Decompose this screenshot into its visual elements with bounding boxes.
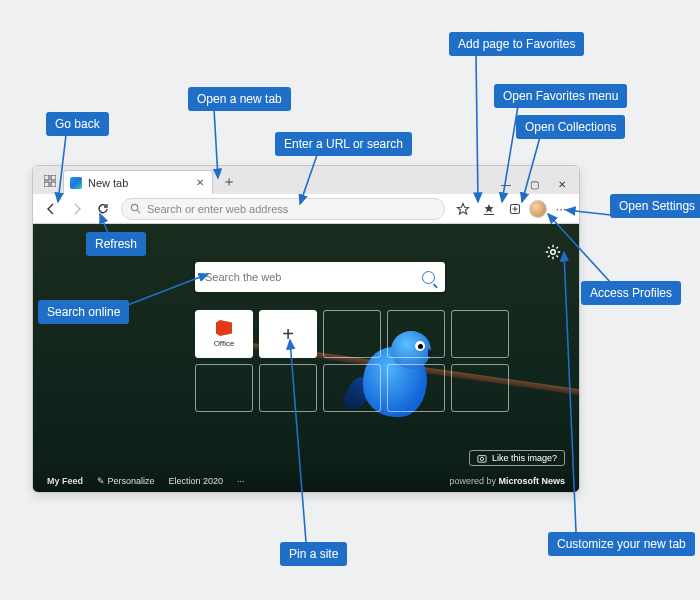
collections-button[interactable] [503,197,527,221]
footer-personalize[interactable]: ✎ Personalize [97,476,155,486]
tile-empty[interactable] [323,364,381,412]
footer-election[interactable]: Election 2020 [169,476,224,486]
tile-label: Office [214,339,235,348]
new-tab-content: Search the web Office + Like this image? [33,224,579,492]
quicklink-tiles: Office + [195,310,509,412]
callout-open-settings: Open Settings [610,194,700,218]
callout-go-back: Go back [46,112,109,136]
tile-add-site[interactable]: + [259,310,317,358]
svg-rect-1 [51,175,56,180]
profile-avatar[interactable] [529,200,547,218]
address-bar[interactable]: Search or enter web address [121,198,445,220]
tile-empty[interactable] [451,310,509,358]
tile-empty[interactable] [323,310,381,358]
svg-rect-0 [44,175,49,180]
add-favorite-button[interactable] [451,197,475,221]
tile-empty[interactable] [195,364,253,412]
window-controls: — ▢ ✕ [497,179,579,194]
search-icon [130,203,141,214]
svg-line-17 [548,255,550,257]
window-close-button[interactable]: ✕ [553,179,571,190]
gear-icon [545,244,561,260]
tab-strip: New tab ✕ ＋ — ▢ ✕ [33,166,579,194]
footer-more[interactable]: ··· [237,476,245,486]
like-image-label: Like this image? [492,453,557,463]
office-icon [216,320,232,336]
web-search-placeholder: Search the web [205,271,281,283]
svg-line-16 [556,255,558,257]
callout-open-favorites-menu: Open Favorites menu [494,84,627,108]
callout-customize-tab: Customize your new tab [548,532,695,556]
footer-powered: powered by Microsoft News [449,476,565,486]
tile-empty[interactable] [387,310,445,358]
address-placeholder: Search or enter web address [147,203,288,215]
ntp-settings-button[interactable] [545,244,561,263]
callout-enter-url: Enter a URL or search [275,132,412,156]
vertical-tabs-button[interactable] [39,170,61,192]
web-search-box[interactable]: Search the web [195,262,445,292]
svg-rect-19 [478,455,486,462]
svg-line-5 [137,210,140,213]
tile-office[interactable]: Office [195,310,253,358]
callout-open-new-tab: Open a new tab [188,87,291,111]
window-minimize-button[interactable]: — [497,179,515,190]
footer-myfeed[interactable]: My Feed [47,476,83,486]
plus-icon: + [282,324,294,344]
callout-open-collections: Open Collections [516,115,625,139]
back-button[interactable] [39,197,63,221]
like-image-button[interactable]: Like this image? [469,450,565,466]
svg-line-18 [556,247,558,249]
tab-new-tab[interactable]: New tab ✕ [63,170,213,194]
callout-add-favorites: Add page to Favorites [449,32,584,56]
camera-icon [477,454,487,463]
tile-empty[interactable] [259,364,317,412]
browser-toolbar: Search or enter web address ··· [33,194,579,224]
refresh-button[interactable] [91,197,115,221]
svg-rect-2 [44,182,49,187]
callout-search-online: Search online [38,300,129,324]
tile-empty[interactable] [451,364,509,412]
favorites-menu-button[interactable] [477,197,501,221]
callout-pin-site: Pin a site [280,542,347,566]
svg-line-15 [548,247,550,249]
svg-rect-3 [51,182,56,187]
svg-point-4 [131,204,137,210]
new-tab-button[interactable]: ＋ [217,170,241,194]
ntp-footer: My Feed ✎ Personalize Election 2020 ··· … [33,470,579,492]
callout-access-profiles: Access Profiles [581,281,681,305]
settings-button[interactable]: ··· [549,197,573,221]
forward-button[interactable] [65,197,89,221]
svg-point-20 [480,457,483,460]
svg-point-10 [551,250,556,255]
search-submit-icon[interactable] [422,271,435,284]
browser-window: New tab ✕ ＋ — ▢ ✕ Search or enter web ad… [32,165,580,493]
tab-title: New tab [88,177,188,189]
edge-favicon-icon [70,177,82,189]
tile-empty[interactable] [387,364,445,412]
callout-refresh: Refresh [86,232,146,256]
close-tab-button[interactable]: ✕ [194,177,206,188]
window-maximize-button[interactable]: ▢ [525,179,543,190]
